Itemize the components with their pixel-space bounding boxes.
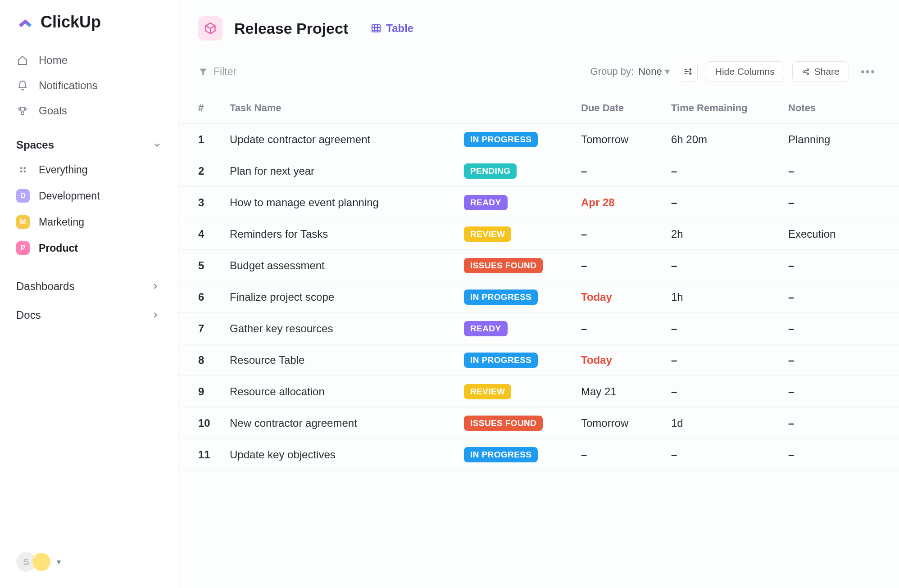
task-name[interactable]: Update contractor agreement [230,133,464,146]
groupby-select[interactable]: Group by: None ▾ [590,66,670,77]
status-cell[interactable]: IN PROGRESS [464,353,581,368]
due-date[interactable]: Tomorrow [581,133,671,146]
status-cell[interactable]: REVIEW [464,384,581,399]
view-table[interactable]: Table [371,22,413,35]
table-row[interactable]: 9Resource allocationREVIEWMay 21–– [178,376,899,407]
time-remaining[interactable]: – [671,196,788,209]
time-remaining[interactable]: – [671,165,788,177]
button-label: Hide Columns [715,66,775,77]
due-date[interactable]: – [581,228,671,240]
notes[interactable]: Planning [788,133,879,146]
time-remaining[interactable]: 6h 20m [671,133,788,146]
status-cell[interactable]: REVIEW [464,226,581,242]
table-row[interactable]: 4Reminders for TasksREVIEW–2hExecution [178,218,899,250]
notes[interactable]: – [788,322,879,335]
status-cell[interactable]: ISSUES FOUND [464,416,581,431]
space-item[interactable]: MMarketing [0,209,178,235]
due-date[interactable]: Apr 28 [581,196,671,209]
section-docs[interactable]: Docs [0,301,178,330]
share-button[interactable]: Share [792,61,849,82]
time-remaining[interactable]: – [671,322,788,335]
status-badge: IN PROGRESS [464,289,538,305]
space-item[interactable]: DDevelopment [0,183,178,209]
notes[interactable]: – [788,259,879,272]
row-number: 9 [198,385,230,398]
due-date[interactable]: Tomorrow [581,417,671,430]
task-name[interactable]: Resource Table [230,354,464,366]
table-row[interactable]: 11Update key objectivesIN PROGRESS––– [178,439,899,470]
notes[interactable]: Execution [788,228,879,240]
task-name[interactable]: Reminders for Tasks [230,228,464,240]
notes[interactable]: – [788,196,879,209]
time-remaining[interactable]: 1h [671,291,788,303]
status-cell[interactable]: IN PROGRESS [464,447,581,462]
notes[interactable]: – [788,354,879,366]
table-row[interactable]: 5Budget assessmentISSUES FOUND––– [178,250,899,281]
task-name[interactable]: Budget assessment [230,259,464,272]
sidebar: ClickUp Home Notifications Goals Spaces [0,0,178,588]
due-date[interactable]: May 21 [581,385,671,398]
section-label: Docs [16,309,41,321]
table-row[interactable]: 2Plan for next yearPENDING––– [178,155,899,187]
topbar: Release Project Table [178,0,899,54]
nav-notifications[interactable]: Notifications [0,73,178,98]
spaces-header[interactable]: Spaces [0,126,178,157]
section-dashboards[interactable]: Dashboards [0,272,178,301]
sort-button[interactable] [678,62,698,81]
time-remaining[interactable]: – [671,448,788,461]
notes[interactable]: – [788,165,879,177]
due-date[interactable]: – [581,165,671,177]
task-name[interactable]: How to manage event planning [230,196,464,209]
col-notes[interactable]: Notes [788,102,879,114]
svg-point-2 [20,170,23,172]
time-remaining[interactable]: – [671,354,788,366]
due-date[interactable]: Today [581,354,671,366]
time-remaining[interactable]: – [671,385,788,398]
status-cell[interactable]: ISSUES FOUND [464,258,581,273]
task-name[interactable]: Update key objectives [230,448,464,461]
table-row[interactable]: 8Resource TableIN PROGRESSToday–– [178,344,899,376]
task-name[interactable]: Resource allocation [230,385,464,398]
notes[interactable]: – [788,417,879,430]
notes[interactable]: – [788,291,879,303]
nav-item-label: Goals [39,104,67,117]
due-date[interactable]: – [581,259,671,272]
due-date[interactable]: – [581,448,671,461]
task-name[interactable]: Plan for next year [230,165,464,177]
notes[interactable]: – [788,448,879,461]
more-menu[interactable]: ••• [857,65,879,79]
svg-point-3 [23,170,26,172]
time-remaining[interactable]: – [671,259,788,272]
table-row[interactable]: 6Finalize project scopeIN PROGRESSToday1… [178,281,899,313]
col-task[interactable]: Task Name [230,102,464,114]
due-date[interactable]: – [581,322,671,335]
nav-home[interactable]: Home [0,48,178,73]
hide-columns-button[interactable]: Hide Columns [706,61,784,82]
table-row[interactable]: 1Update contractor agreementIN PROGRESST… [178,124,899,155]
col-time[interactable]: Time Remaining [671,102,788,114]
user-menu[interactable]: S ▾ [0,552,178,577]
nav-goals[interactable]: Goals [0,98,178,123]
col-due[interactable]: Due Date [581,102,671,114]
filter-button[interactable]: Filter [198,66,236,78]
status-cell[interactable]: PENDING [464,163,581,179]
notes[interactable]: – [788,385,879,398]
brand[interactable]: ClickUp [0,13,178,45]
status-cell[interactable]: IN PROGRESS [464,289,581,305]
status-cell[interactable]: IN PROGRESS [464,132,581,147]
table-row[interactable]: 7Gather key resourcesREADY––– [178,313,899,344]
space-item[interactable]: PProduct [0,235,178,261]
status-cell[interactable]: READY [464,321,581,336]
task-name[interactable]: Finalize project scope [230,291,464,303]
table-row[interactable]: 3How to manage event planningREADYApr 28… [178,187,899,218]
due-date[interactable]: Today [581,291,671,303]
status-cell[interactable]: READY [464,195,581,210]
col-num[interactable]: # [198,102,230,114]
time-remaining[interactable]: 2h [671,228,788,240]
table-row[interactable]: 10New contractor agreementISSUES FOUNDTo… [178,407,899,439]
trophy-icon [16,104,29,117]
space-everything[interactable]: Everything [0,157,178,183]
task-name[interactable]: New contractor agreement [230,417,464,430]
task-name[interactable]: Gather key resources [230,322,464,335]
time-remaining[interactable]: 1d [671,417,788,430]
